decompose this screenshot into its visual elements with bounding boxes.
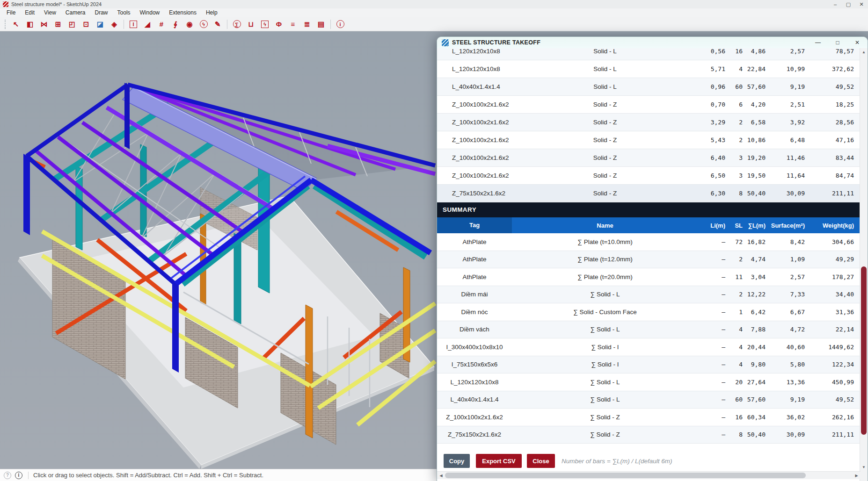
column-header-sl[interactable]: SL [727, 222, 745, 229]
cell-suml: 4,86 [745, 48, 768, 55]
parts-row[interactable]: Z_100x100x2x1.6x2 Solid - Z 0,70 6 4,20 … [437, 96, 861, 114]
menu-item[interactable]: Tools [113, 8, 135, 17]
column-header-li[interactable]: Li(m) [698, 222, 727, 229]
cell-li: – [698, 256, 727, 263]
cell-li: – [698, 379, 727, 386]
cell-tag: Z_100x100x2x1.6x2 [437, 101, 512, 108]
flash-card-icon[interactable]: ϟ [259, 19, 271, 30]
cell-name: Solid - L [512, 83, 698, 90]
dialog-maximize-button[interactable]: □ [834, 39, 841, 46]
weights-icon[interactable]: ▤ [315, 19, 327, 30]
scroll-left-icon[interactable]: ◀ [437, 472, 445, 479]
scroll-right-icon[interactable]: ▶ [853, 472, 861, 479]
menu-item[interactable]: Edit [20, 8, 39, 17]
scroll-up-icon[interactable]: ▲ [860, 48, 868, 56]
cell-name: Solid - L [512, 48, 698, 55]
cell-name: ∑ Solid - I [512, 361, 698, 368]
cell-name: ∑ Solid - L [512, 326, 698, 333]
move-icon[interactable]: ◰ [66, 19, 78, 30]
cell-li: – [698, 326, 727, 333]
phi-icon[interactable]: Φ [273, 19, 285, 30]
sigma-list2-icon[interactable]: ≣ [301, 19, 313, 30]
menu-bar: File Edit View Camera Draw Tools Window … [0, 8, 868, 17]
summary-row[interactable]: AthPlate ∑ Plate (t=10.0mm) – 72 16,82 8… [437, 233, 861, 251]
menu-item[interactable]: Help [201, 8, 222, 17]
menu-item[interactable]: Camera [61, 8, 90, 17]
wedge-icon[interactable]: ◢ [141, 19, 153, 30]
vertical-scrollbar[interactable]: ▲ ▼ [860, 48, 868, 481]
tag-icon[interactable]: ◈ [108, 19, 120, 30]
select-arrow-icon[interactable]: ↖ [10, 19, 22, 30]
summary-row[interactable]: L_40x40x1.4x1.4 ∑ Solid - L – 60 57,60 9… [437, 391, 861, 409]
cell-tag: L_120x120x10x8 [437, 65, 512, 72]
column-header-weight[interactable]: Weight(kg) [809, 222, 861, 229]
menu-item[interactable]: Draw [90, 8, 113, 17]
parts-row[interactable]: Z_100x100x2x1.6x2 Solid - Z 6,40 3 19,20… [437, 149, 861, 167]
horizontal-scroll-thumb[interactable] [445, 473, 806, 478]
wheelbarrow-icon[interactable]: ⊔ [245, 19, 257, 30]
cell-suml: 4,20 [745, 101, 768, 108]
close-button[interactable]: ✕ [855, 0, 868, 8]
sigma-circle-icon[interactable]: ∑ [231, 19, 243, 30]
menu-item[interactable]: File [2, 8, 20, 17]
menu-item[interactable]: View [39, 8, 61, 17]
menu-item[interactable]: Extensions [164, 8, 201, 17]
offset-icon[interactable]: ⊡ [80, 19, 92, 30]
summary-row[interactable]: Diềm vách ∑ Solid - L – 4 7,88 4,72 22,1… [437, 321, 861, 339]
maximize-button[interactable]: ▢ [842, 0, 855, 8]
parts-row[interactable]: L_120x120x10x8 Solid - L 5,71 4 22,84 10… [437, 60, 861, 78]
info-icon[interactable]: i [15, 472, 22, 479]
cell-sl: 4 [727, 65, 745, 72]
parts-row[interactable]: Z_100x100x2x1.6x2 Solid - Z 6,50 3 19,50… [437, 167, 861, 185]
parts-row[interactable]: Z_100x100x2x1.6x2 Solid - Z 5,43 2 10,86… [437, 131, 861, 149]
scroll-down-icon[interactable]: ▼ [860, 463, 868, 471]
toolbar-separator[interactable] [330, 20, 331, 29]
toolbar-separator[interactable] [227, 20, 227, 29]
section-plane-icon[interactable]: ◪ [94, 19, 106, 30]
dialog-close-icon[interactable]: ✕ [853, 39, 861, 46]
parts-row[interactable]: L_40x40x1.4x1.4 Solid - L 0,96 60 57,60 … [437, 78, 861, 96]
column-header-tag[interactable]: Tag [437, 217, 512, 233]
coil-icon[interactable]: ∮ [169, 19, 182, 30]
parts-row[interactable]: Z_100x100x2x1.6x2 Solid - Z 3,29 2 6,58 … [437, 114, 861, 131]
sphere-mesh-icon[interactable]: ◉ [183, 19, 196, 30]
grid-icon[interactable]: # [155, 19, 168, 30]
summary-row[interactable]: L_120x120x10x8 ∑ Solid - L – 20 27,64 13… [437, 373, 861, 391]
dialog-minimize-button[interactable]: — [814, 39, 822, 46]
summary-row[interactable]: Z_100x100x2x1.6x2 ∑ Solid - Z – 16 60,34… [437, 409, 861, 426]
copy-button[interactable]: Copy [444, 454, 470, 468]
horizontal-scrollbar[interactable]: ◀ ▶ [437, 471, 861, 479]
vertical-scroll-thumb[interactable] [861, 266, 867, 435]
toolbar-grip[interactable] [5, 20, 6, 29]
geolocation-icon[interactable]: ? [4, 472, 11, 479]
dialog-titlebar[interactable]: STEEL STRUCTURE TAKEOFF — □ ✕ [437, 37, 868, 48]
cell-li: 6,30 [698, 190, 727, 197]
power-circle-icon[interactable]: ϟ [197, 19, 210, 30]
toolbar-separator[interactable] [124, 20, 124, 29]
summary-row[interactable]: Diềm nóc ∑ Solid - Custom Face – 1 6,42 … [437, 303, 861, 321]
close-button-dialog[interactable]: Close [527, 454, 555, 468]
sigma-list-icon[interactable]: ≡ [287, 19, 299, 30]
menu-item[interactable]: Window [135, 8, 165, 17]
info-circle-icon[interactable]: i [334, 19, 346, 30]
minimize-button[interactable]: – [829, 0, 842, 8]
annotate-icon[interactable]: ✎ [212, 19, 224, 30]
column-header-suml[interactable]: ∑L(m) [745, 222, 768, 229]
summary-row[interactable]: Diềm mái ∑ Solid - L – 2 12,22 7,33 34,4… [437, 286, 861, 304]
parts-row[interactable]: Z_75x150x2x1.6x2 Solid - Z 6,30 8 50,40 … [437, 185, 861, 202]
summary-table: AthPlate ∑ Plate (t=10.0mm) – 72 16,82 8… [437, 233, 861, 444]
summary-row[interactable]: AthPlate ∑ Plate (t=12.0mm) – 2 4,74 1,0… [437, 251, 861, 269]
summary-row[interactable]: Z_75x150x2x1.6x2 ∑ Solid - Z – 8 50,40 3… [437, 426, 861, 444]
column-header-surface[interactable]: Surface(m²) [768, 222, 809, 229]
paint-bucket-icon[interactable]: ◧ [24, 19, 36, 30]
text-box-icon[interactable]: I [127, 19, 139, 30]
cell-tag: AthPlate [437, 273, 512, 280]
summary-row[interactable]: I_75x150x6x5x6 ∑ Solid - I – 4 9,80 5,80… [437, 356, 861, 374]
column-header-name[interactable]: Name [512, 222, 698, 229]
parts-row[interactable]: L_120x120x10x8 Solid - L 0,56 16 4,86 2,… [437, 48, 861, 60]
summary-row[interactable]: AthPlate ∑ Plate (t=20.0mm) – 11 3,04 2,… [437, 268, 861, 286]
components-icon[interactable]: ⊞ [52, 19, 64, 30]
summary-row[interactable]: I_300x400x10x8x10 ∑ Solid - I – 4 20,44 … [437, 338, 861, 356]
mirror-icon[interactable]: ⋈ [38, 19, 50, 30]
export-csv-button[interactable]: Export CSV [476, 454, 522, 468]
